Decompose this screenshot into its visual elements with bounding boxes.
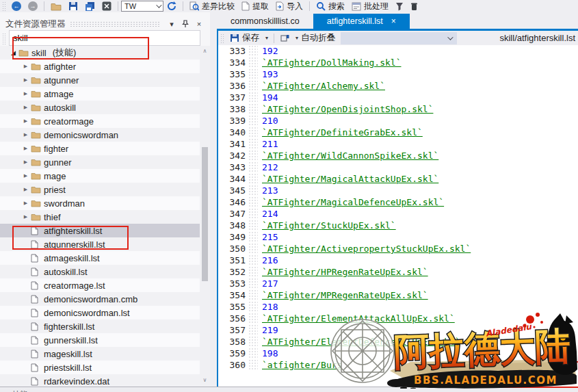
scroll-down-button[interactable]: ∨ xyxy=(200,375,210,384)
tree-item[interactable]: atfighterskill.lst xyxy=(0,224,200,237)
tree-item[interactable]: atgunnerskill.lst xyxy=(0,237,200,251)
code-text[interactable]: `ATFighter/DefiniteGrabEx.skl` xyxy=(258,127,423,138)
tree-item[interactable]: ▶ atmage xyxy=(0,87,200,101)
explorer-search-input[interactable] xyxy=(9,30,200,46)
tab-atfighterskill[interactable]: atfighterskill.lst × xyxy=(313,14,410,29)
tree-item[interactable]: autoskill.lst xyxy=(0,265,200,278)
save-file-button[interactable] xyxy=(65,0,81,12)
editor-combobox[interactable] xyxy=(341,32,457,44)
code-line: 350 `ATFighter/ActivepropertyStuckUpEx.s… xyxy=(218,243,578,254)
tree-item[interactable]: ▶ mage xyxy=(0,169,200,183)
tree-item[interactable]: ▶ thief xyxy=(0,210,200,224)
forward-button[interactable]: → xyxy=(25,0,41,12)
scroll-up-button[interactable]: ∧ xyxy=(200,46,210,55)
tree-item[interactable]: demonicswordman.cmb xyxy=(0,292,200,306)
tree-item[interactable]: creatormage.lst xyxy=(0,278,200,292)
code-line: 352 `ATFighter/HPRegenRateUpEx.skl` xyxy=(218,266,578,278)
open-folder-button[interactable] xyxy=(47,0,65,12)
expander-icon[interactable]: ▶ xyxy=(21,146,31,151)
search-label: 搜索 xyxy=(328,1,345,12)
code-text: 198 xyxy=(258,348,278,358)
code-line: 333 192 xyxy=(218,45,578,57)
change-margin xyxy=(248,254,258,266)
code-text[interactable]: `ATFighter/HPRegenRateUpEx.skl` xyxy=(258,267,428,277)
tree-item[interactable]: ▶ atgunner xyxy=(0,73,200,87)
tree-item[interactable]: demonicswordman.lst xyxy=(0,306,200,319)
code-text[interactable]: `ATFighter/DollMaking.skl` xyxy=(258,57,402,68)
code-area[interactable]: 333 192 334 `ATFighter/DollMaking.skl` 3… xyxy=(218,45,578,387)
tree-scrollbar[interactable]: ∧ ∨ xyxy=(200,46,210,387)
tree-item[interactable]: ▶ atfighter xyxy=(0,60,200,73)
code-text[interactable]: `ATFighter/ActivepropertyStuckUpEx.skl` xyxy=(258,244,471,254)
change-margin xyxy=(248,289,258,301)
save-button[interactable]: 保存 xyxy=(226,32,263,44)
expander-icon[interactable]: ▶ xyxy=(21,214,31,220)
expander-icon[interactable]: ▶ xyxy=(21,105,31,110)
search-button[interactable]: 搜索 xyxy=(313,0,348,12)
language-select[interactable]: TW xyxy=(121,1,163,12)
extract-button[interactable]: 提取 xyxy=(238,0,272,12)
tree-item[interactable]: mageskill.lst xyxy=(0,347,200,361)
code-text[interactable]: `atfighter/Burs xyxy=(258,360,342,370)
fold-tool-button[interactable] xyxy=(277,32,293,44)
code-text[interactable]: `ATFighter/MagicalAttackUpEx.skl` xyxy=(258,174,438,184)
back-button[interactable]: ← xyxy=(8,0,25,12)
tree-scrollbar-thumb[interactable] xyxy=(202,147,208,281)
file-icon xyxy=(31,377,38,386)
expander-icon[interactable]: ▶ xyxy=(21,173,31,179)
expander-icon[interactable]: ▶ xyxy=(21,118,31,124)
tree-item[interactable]: fighterskill.lst xyxy=(0,319,200,333)
tree-item[interactable]: priestskill.lst xyxy=(0,361,200,374)
expander-icon[interactable]: ▶ xyxy=(21,159,31,165)
panel-menu-button[interactable]: ▾ xyxy=(166,19,177,29)
change-margin xyxy=(248,301,258,313)
tree-item[interactable]: ▶ autoskill xyxy=(0,101,200,114)
change-margin xyxy=(248,185,258,196)
tree-item[interactable]: ▶ swordman xyxy=(0,196,200,210)
expander-icon[interactable]: ◢ xyxy=(8,49,18,56)
code-text[interactable]: `ATFighter/MagicalDefenceUpEx.skl` xyxy=(258,197,444,207)
tree-item[interactable]: rdarkevindex.dat xyxy=(0,374,200,387)
tree-item[interactable]: ◢ skill (技能) xyxy=(0,46,200,60)
import-button[interactable]: 导入 xyxy=(272,0,306,12)
batch-process-button[interactable]: 批处理 xyxy=(348,0,392,12)
tree-item[interactable]: ▶ demonicswordman xyxy=(0,128,200,142)
refresh-button[interactable] xyxy=(163,0,180,12)
tree-item[interactable]: ▶ gunner xyxy=(0,155,200,169)
pin-button[interactable] xyxy=(180,19,191,29)
tab-commonskilllist[interactable]: commonskilllist.co xyxy=(217,14,313,29)
tree-item[interactable]: ▶ priest xyxy=(0,183,200,196)
code-text[interactable]: `ATFighter/Alchemy.skl` xyxy=(258,81,385,91)
file-icon xyxy=(31,322,38,331)
code-text[interactable]: `ATFighter/MPRegenRateUpEx.skl` xyxy=(258,290,428,300)
code-text[interactable]: `ATFighter/WildCannonSpikeEx.skl` xyxy=(258,151,438,161)
code-line: 336 `ATFighter/Alchemy.skl` xyxy=(218,80,578,92)
fold-menu-caret-icon[interactable]: ▾ xyxy=(295,35,298,41)
trash-button[interactable] xyxy=(407,0,421,12)
save-all-button[interactable] xyxy=(81,0,98,12)
expander-icon[interactable]: ▶ xyxy=(21,200,31,206)
change-margin xyxy=(248,68,258,80)
expander-icon[interactable]: ▶ xyxy=(21,187,31,192)
expander-icon[interactable]: ▶ xyxy=(21,64,31,69)
save-menu-caret-icon[interactable]: ▾ xyxy=(265,35,268,41)
code-text[interactable]: `ATFighter/OpenDisjointShop.skl` xyxy=(258,104,433,114)
diff-compare-button[interactable]: 差异比较 xyxy=(186,0,238,12)
tree-item[interactable]: ▶ creatormage xyxy=(0,114,200,128)
expander-icon[interactable]: ▶ xyxy=(21,132,31,138)
tree-item[interactable]: atmageskill.lst xyxy=(0,251,200,265)
expander-icon[interactable]: ▶ xyxy=(21,91,31,96)
expander-icon[interactable]: ▶ xyxy=(21,77,31,83)
change-margin xyxy=(248,173,258,185)
tree-item[interactable]: gunnerskill.lst xyxy=(0,333,200,347)
folder-icon xyxy=(31,199,41,207)
code-text[interactable]: `ATFighter/ElementDefenceAllUpEx.skl` xyxy=(258,337,460,347)
tree-item[interactable]: ▶ fighter xyxy=(0,142,200,155)
code-text[interactable]: `ATFighter/StuckUpEx.skl` xyxy=(258,220,396,231)
code-text[interactable]: `ATFighter/ElementAttackAllUpEx.skl` xyxy=(258,313,455,324)
close-file-button[interactable] xyxy=(98,0,115,12)
filter-button[interactable] xyxy=(392,0,407,12)
folder-icon xyxy=(31,144,41,153)
tab-close-icon[interactable]: × xyxy=(391,16,396,26)
close-panel-button[interactable]: × xyxy=(194,19,205,29)
